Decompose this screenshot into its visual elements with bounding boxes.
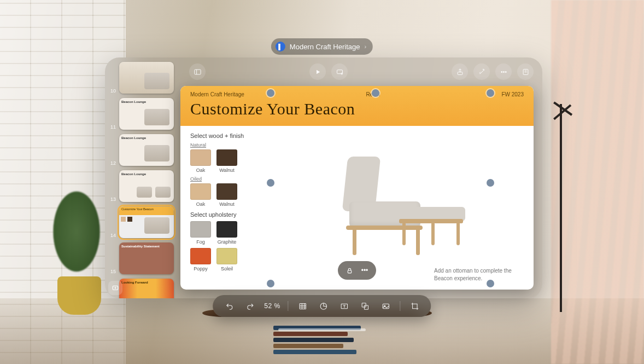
svg-rect-9 <box>348 270 352 273</box>
meta-left: Modern Craft Heritage <box>190 91 244 97</box>
toggle-sidebar-button[interactable] <box>189 63 206 80</box>
slide-number: 14 <box>108 233 116 238</box>
svg-rect-1 <box>194 70 200 74</box>
svg-rect-13 <box>362 303 366 307</box>
slide-number: 10 <box>108 88 116 94</box>
swatch-label: Soleil <box>221 266 233 271</box>
slide-thumb-14[interactable]: 14 Customize Your Beacon <box>108 206 176 238</box>
slide-canvas[interactable]: Modern Craft Heritage Retail FW 2023 Cus… <box>180 86 534 290</box>
top-toolbar <box>180 57 542 86</box>
slide-title-area[interactable]: Modern Craft Heritage Retail FW 2023 Cus… <box>180 86 534 126</box>
meta-right: FW 2023 <box>501 91 524 97</box>
object-more-icon[interactable]: ••• <box>359 264 371 276</box>
slide-number: 13 <box>108 197 116 202</box>
thumb-title: Looking Forward <box>119 279 174 286</box>
thumb-title: Beacon Lounge <box>119 170 174 178</box>
insert-table-button[interactable] <box>296 299 309 313</box>
svg-rect-14 <box>364 305 368 309</box>
svg-point-6 <box>503 71 504 72</box>
inspector-button[interactable] <box>517 63 534 80</box>
animate-button[interactable] <box>473 63 490 80</box>
group-oiled: Oiled <box>190 176 261 182</box>
lock-icon[interactable] <box>343 264 355 276</box>
object-actions-pill[interactable]: ••• <box>338 261 376 280</box>
group-natural: Natural <box>190 142 261 148</box>
window-title-pill[interactable]: ▌ Modern Craft Heritage › <box>271 38 373 55</box>
thumb-title: Sustainability Statement <box>119 242 174 250</box>
share-button[interactable] <box>452 63 468 80</box>
thumb-title: Customize Your Beacon <box>119 206 174 215</box>
divider <box>400 301 401 311</box>
document-title: Modern Craft Heritage <box>290 43 360 51</box>
swatch-walnut-oiled[interactable]: Walnut <box>216 183 237 207</box>
svg-rect-15 <box>383 304 389 309</box>
chair-illustration <box>334 151 460 255</box>
swatch-poppy[interactable]: Poppy <box>190 248 211 271</box>
insert-text-button[interactable] <box>338 299 351 313</box>
swatch-label: Poppy <box>194 266 208 271</box>
swatch-oak-oiled[interactable]: Oak <box>190 183 211 207</box>
upholstery-section-title: Select upholstery <box>190 211 261 218</box>
swatch-walnut-natural[interactable]: Walnut <box>216 149 237 173</box>
swatch-label: Graphite <box>218 239 237 245</box>
presentation-window: 10 11 Beacon Lounge 12 Beacon Lounge 13 … <box>105 57 542 298</box>
slide-thumb-12[interactable]: 12 Beacon Lounge <box>108 134 176 166</box>
swatch-label: Walnut <box>219 167 235 173</box>
svg-rect-10 <box>300 303 306 309</box>
zoom-level[interactable]: 52 % <box>264 302 280 310</box>
background-curtain <box>551 0 644 364</box>
slide-caption[interactable]: Add an ottoman to complete the Beacon ex… <box>434 267 522 282</box>
crop-button[interactable] <box>408 299 421 313</box>
swatch-label: Fog <box>196 239 205 245</box>
svg-point-5 <box>501 71 502 72</box>
slide-number: 11 <box>108 124 116 130</box>
slide-number: 12 <box>108 160 116 166</box>
meta-center: Retail <box>366 91 380 97</box>
background-coatrack <box>560 104 562 312</box>
undo-button[interactable] <box>223 299 236 313</box>
svg-rect-4 <box>458 72 462 74</box>
slide-thumb-11[interactable]: 11 Beacon Lounge <box>108 98 176 130</box>
more-button[interactable] <box>495 63 512 80</box>
redo-button[interactable] <box>243 299 256 313</box>
slide-thumb-15[interactable]: 15 Sustainability Statement <box>108 242 176 274</box>
format-toolbar: 52 % <box>213 295 431 317</box>
slide-headline[interactable]: Customize Your Beacon <box>190 100 524 118</box>
play-button[interactable] <box>309 63 326 80</box>
editor-main: Modern Craft Heritage Retail FW 2023 Cus… <box>180 57 542 298</box>
insert-shape-button[interactable] <box>359 299 372 313</box>
wood-section-title: Select wood + finish <box>190 132 261 139</box>
insert-media-button[interactable] <box>379 299 393 313</box>
home-indicator[interactable] <box>278 328 366 331</box>
divider <box>288 301 289 311</box>
swatch-label: Walnut <box>219 201 235 207</box>
swatch-oak-natural[interactable]: Oak <box>190 149 211 173</box>
swatch-fog[interactable]: Fog <box>190 221 211 245</box>
background-pot <box>57 276 101 315</box>
app-icon: ▌ <box>276 42 285 51</box>
hero-image[interactable] <box>270 131 524 275</box>
chevron-right-icon: › <box>364 43 366 50</box>
swatch-label: Oak <box>196 167 206 173</box>
swatch-soleil[interactable]: Soleil <box>216 248 237 271</box>
swatch-label: Oak <box>196 201 206 207</box>
svg-point-7 <box>505 71 506 72</box>
slide-thumb-13[interactable]: 13 Beacon Lounge <box>108 170 176 202</box>
swatch-graphite[interactable]: Graphite <box>216 221 237 245</box>
slide-thumb-10[interactable]: 10 <box>108 62 176 94</box>
slide-body: Select wood + finish Natural Oak Walnut … <box>180 126 534 282</box>
options-panel: Select wood + finish Natural Oak Walnut … <box>190 131 261 275</box>
slide-navigator[interactable]: 10 11 Beacon Lounge 12 Beacon Lounge 13 … <box>105 57 180 298</box>
thumb-title: Beacon Lounge <box>119 134 174 142</box>
present-settings-button[interactable] <box>331 63 348 80</box>
slide-number: 15 <box>108 269 116 274</box>
insert-chart-button[interactable] <box>317 299 330 313</box>
thumb-title: Beacon Lounge <box>119 98 174 106</box>
add-slide-button[interactable] <box>108 281 122 295</box>
